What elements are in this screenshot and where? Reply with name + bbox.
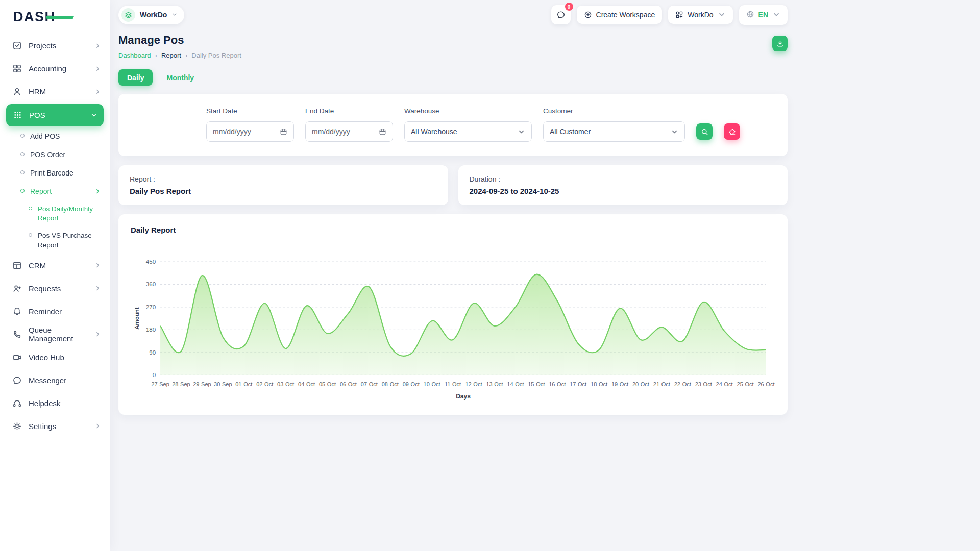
customer-select[interactable]: All Customer: [543, 121, 685, 142]
sidebar-item-label: Queue Management: [29, 325, 88, 343]
bullet-icon: [20, 152, 24, 156]
apply-filter-button[interactable]: [696, 123, 713, 140]
warehouse-label: Warehouse: [404, 107, 532, 115]
create-workspace-label: Create Workspace: [596, 11, 655, 19]
download-icon: [776, 40, 784, 47]
sidebar-item-video-hub[interactable]: Video Hub: [0, 346, 110, 369]
svg-text:27-Sep: 27-Sep: [151, 381, 169, 387]
account-menu-button[interactable]: WorkDo: [668, 6, 732, 24]
breadcrumb-separator-icon: ›: [155, 52, 157, 59]
duration-label: Duration :: [470, 175, 777, 183]
chevron-right-icon: [94, 331, 102, 338]
start-date-input[interactable]: mm/dd/yyyy: [206, 121, 294, 142]
sidebar-item-pos-order[interactable]: POS Order: [0, 145, 110, 164]
app-logo: DASH: [13, 9, 56, 25]
clear-filter-button[interactable]: [724, 123, 740, 140]
language-selector[interactable]: EN: [739, 5, 788, 25]
warehouse-select[interactable]: All Warehouse: [404, 121, 532, 142]
bullet-icon: [20, 189, 24, 193]
sidebar-subitem-label: Pos VS Purchase Report: [38, 231, 94, 249]
breadcrumb: Dashboard › Report › Daily Pos Report: [118, 52, 241, 59]
apps-grid-icon: [675, 11, 683, 19]
calendar-icon: [280, 128, 287, 136]
page-header: Manage Pos Dashboard › Report › Daily Po…: [118, 34, 788, 59]
sidebar: DASH Projects Accounting HRM: [0, 0, 110, 551]
sidebar-item-pos-vs-purchase-report[interactable]: Pos VS Purchase Report: [0, 227, 110, 254]
chevron-right-icon: [94, 422, 102, 430]
projects-icon: [12, 41, 22, 51]
sidebar-subitem-label: Pos Daily/Monthly Report: [38, 205, 94, 223]
chevron-down-icon: [772, 11, 780, 19]
svg-text:11-Oct: 11-Oct: [445, 381, 461, 387]
sidebar-item-messenger[interactable]: Messenger: [0, 369, 110, 392]
end-date-input[interactable]: mm/dd/yyyy: [305, 121, 393, 142]
sidebar-subitem-label: Print Barcode: [30, 169, 74, 177]
hrm-icon: [12, 87, 22, 96]
main-content: WorkDo 0 Create Workspace WorkDo: [118, 0, 788, 415]
start-date-label: Start Date: [206, 107, 294, 115]
sidebar-nav: Projects Accounting HRM POS: [0, 34, 110, 438]
sidebar-item-print-barcode[interactable]: Print Barcode: [0, 164, 110, 182]
bell-icon: [12, 307, 22, 316]
tab-monthly[interactable]: Monthly: [158, 69, 203, 86]
sidebar-item-settings[interactable]: Settings: [0, 415, 110, 438]
svg-text:10-Oct: 10-Oct: [424, 381, 440, 387]
breadcrumb-dashboard-link[interactable]: Dashboard: [118, 52, 151, 59]
warehouse-selected-value: All Warehouse: [411, 128, 457, 136]
end-date-group: End Date mm/dd/yyyy: [305, 107, 393, 142]
svg-text:20-Oct: 20-Oct: [632, 381, 649, 387]
sidebar-item-crm[interactable]: CRM: [0, 254, 110, 277]
svg-text:04-Oct: 04-Oct: [298, 381, 315, 387]
bullet-icon: [29, 233, 32, 237]
sidebar-item-accounting[interactable]: Accounting: [0, 57, 110, 80]
gear-icon: [12, 421, 22, 431]
search-icon: [701, 128, 708, 136]
sidebar-item-helpdesk[interactable]: Helpdesk: [0, 392, 110, 415]
sidebar-item-label: CRM: [29, 261, 46, 270]
svg-text:450: 450: [146, 259, 156, 265]
svg-text:0: 0: [153, 372, 156, 378]
svg-text:26-Oct: 26-Oct: [757, 381, 774, 387]
sidebar-item-report[interactable]: Report: [0, 182, 110, 201]
chat-icon: [556, 10, 566, 19]
start-date-group: Start Date mm/dd/yyyy: [206, 107, 294, 142]
sidebar-item-pos-daily-monthly-report[interactable]: Pos Daily/Monthly Report: [0, 201, 110, 227]
chevron-down-icon: [518, 128, 525, 136]
sidebar-item-requests[interactable]: Requests: [0, 277, 110, 300]
sidebar-item-label: Requests: [29, 284, 61, 293]
workspace-icon: [121, 8, 135, 22]
sidebar-item-add-pos[interactable]: Add POS: [0, 127, 110, 145]
svg-text:08-Oct: 08-Oct: [382, 381, 399, 387]
svg-text:21-Oct: 21-Oct: [653, 381, 670, 387]
language-code: EN: [758, 11, 768, 19]
svg-text:90: 90: [149, 349, 156, 356]
end-date-value: mm/dd/yyyy: [312, 128, 350, 136]
breadcrumb-report-link[interactable]: Report: [161, 52, 181, 59]
customer-selected-value: All Customer: [550, 128, 591, 136]
breadcrumb-current: Daily Pos Report: [191, 52, 241, 59]
create-workspace-button[interactable]: Create Workspace: [577, 6, 663, 24]
export-download-button[interactable]: [772, 36, 788, 51]
page-title: Manage Pos: [118, 34, 241, 47]
sidebar-subitem-label: Report: [30, 187, 52, 195]
messages-badge: 0: [565, 3, 573, 11]
svg-text:18-Oct: 18-Oct: [591, 381, 607, 387]
chevron-down-icon: [671, 128, 678, 136]
sidebar-item-hrm[interactable]: HRM: [0, 80, 110, 103]
bullet-icon: [29, 207, 32, 210]
chevron-right-icon: [94, 262, 102, 269]
workspace-selector[interactable]: WorkDo: [118, 6, 184, 24]
sidebar-item-pos[interactable]: POS: [6, 104, 104, 126]
sidebar-item-label: Settings: [29, 422, 56, 431]
chevron-right-icon: [94, 88, 102, 95]
report-period-tabs: Daily Monthly: [118, 69, 788, 86]
svg-text:16-Oct: 16-Oct: [549, 381, 566, 387]
svg-text:14-Oct: 14-Oct: [507, 381, 524, 387]
sidebar-item-reminder[interactable]: Reminder: [0, 300, 110, 323]
chart-title: Daily Report: [131, 226, 775, 234]
tab-daily[interactable]: Daily: [118, 69, 153, 86]
sidebar-item-label: Helpdesk: [29, 399, 61, 408]
sidebar-item-queue-management[interactable]: Queue Management: [0, 323, 110, 346]
messages-button[interactable]: 0: [551, 5, 571, 24]
sidebar-item-projects[interactable]: Projects: [0, 34, 110, 57]
